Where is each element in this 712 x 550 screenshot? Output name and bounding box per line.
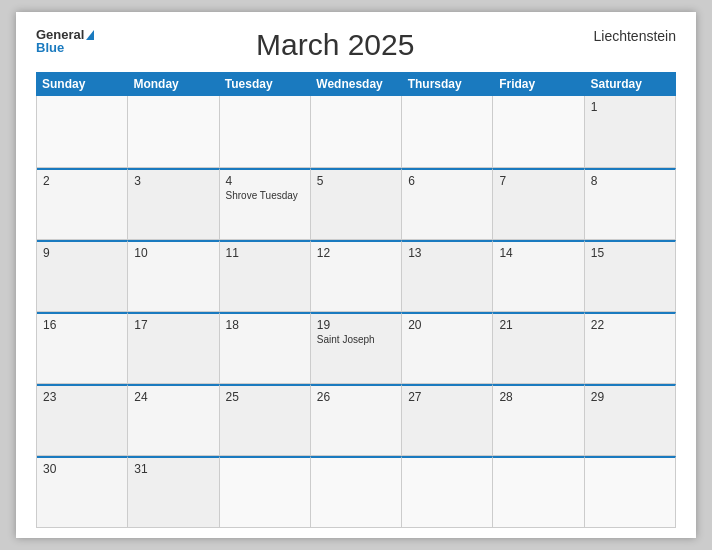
cell-event: Saint Joseph (317, 334, 395, 345)
cell-date: 19 (317, 318, 395, 332)
cell-date: 29 (591, 390, 669, 404)
logo-blue-text: Blue (36, 41, 64, 54)
cell-date: 25 (226, 390, 304, 404)
cell-date: 24 (134, 390, 212, 404)
calendar-cell (493, 456, 584, 528)
calendar-cell: 21 (493, 312, 584, 384)
cell-date: 8 (591, 174, 669, 188)
calendar-cell: 11 (220, 240, 311, 312)
calendar-cell: 27 (402, 384, 493, 456)
cell-date: 5 (317, 174, 395, 188)
cell-date: 20 (408, 318, 486, 332)
calendar-cell (402, 456, 493, 528)
cell-date: 12 (317, 246, 395, 260)
calendar-cell (402, 96, 493, 168)
calendar-cell: 30 (37, 456, 128, 528)
calendar-cell: 2 (37, 168, 128, 240)
calendar-cell: 26 (311, 384, 402, 456)
cell-date: 28 (499, 390, 577, 404)
cell-date: 14 (499, 246, 577, 260)
calendar-cell: 7 (493, 168, 584, 240)
cell-date: 18 (226, 318, 304, 332)
day-monday: Monday (127, 72, 218, 96)
day-thursday: Thursday (402, 72, 493, 96)
calendar-cell (311, 456, 402, 528)
cell-date: 7 (499, 174, 577, 188)
calendar-cell: 3 (128, 168, 219, 240)
calendar-cell: 19Saint Joseph (311, 312, 402, 384)
day-sunday: Sunday (36, 72, 127, 96)
calendar-cell: 13 (402, 240, 493, 312)
cell-date: 22 (591, 318, 669, 332)
calendar-cell (585, 456, 676, 528)
calendar-cell: 25 (220, 384, 311, 456)
cell-date: 3 (134, 174, 212, 188)
calendar-header: General Blue March 2025 Liechtenstein (36, 28, 676, 62)
cell-date: 30 (43, 462, 121, 476)
cell-date: 17 (134, 318, 212, 332)
cell-date: 6 (408, 174, 486, 188)
calendar-cell: 1 (585, 96, 676, 168)
calendar-cell (220, 456, 311, 528)
calendar-grid: 1234Shrove Tuesday5678910111213141516171… (36, 96, 676, 528)
calendar-cell (220, 96, 311, 168)
calendar-cell: 12 (311, 240, 402, 312)
cell-date: 2 (43, 174, 121, 188)
calendar-cell: 14 (493, 240, 584, 312)
cell-event: Shrove Tuesday (226, 190, 304, 201)
cell-date: 11 (226, 246, 304, 260)
cell-date: 9 (43, 246, 121, 260)
calendar-cell: 31 (128, 456, 219, 528)
day-wednesday: Wednesday (310, 72, 401, 96)
calendar-cell: 24 (128, 384, 219, 456)
logo: General Blue (36, 28, 94, 54)
day-friday: Friday (493, 72, 584, 96)
logo-triangle-icon (86, 30, 94, 40)
calendar-container: General Blue March 2025 Liechtenstein Su… (16, 12, 696, 538)
calendar-cell: 18 (220, 312, 311, 384)
calendar-cell: 10 (128, 240, 219, 312)
calendar-cell: 9 (37, 240, 128, 312)
cell-date: 13 (408, 246, 486, 260)
cell-date: 31 (134, 462, 212, 476)
calendar-cell: 17 (128, 312, 219, 384)
calendar-cell (493, 96, 584, 168)
calendar-cell: 16 (37, 312, 128, 384)
calendar-cell: 23 (37, 384, 128, 456)
calendar-cell: 5 (311, 168, 402, 240)
month-title: March 2025 (94, 28, 576, 62)
country-label: Liechtenstein (576, 28, 676, 44)
calendar-cell: 6 (402, 168, 493, 240)
calendar-cell: 22 (585, 312, 676, 384)
cell-date: 27 (408, 390, 486, 404)
calendar-cell (311, 96, 402, 168)
calendar-cell: 20 (402, 312, 493, 384)
calendar-cell (128, 96, 219, 168)
cell-date: 15 (591, 246, 669, 260)
cell-date: 23 (43, 390, 121, 404)
day-tuesday: Tuesday (219, 72, 310, 96)
calendar-cell: 15 (585, 240, 676, 312)
calendar-cell: 4Shrove Tuesday (220, 168, 311, 240)
cell-date: 4 (226, 174, 304, 188)
cell-date: 10 (134, 246, 212, 260)
calendar-cell: 8 (585, 168, 676, 240)
cell-date: 26 (317, 390, 395, 404)
calendar-cell: 29 (585, 384, 676, 456)
cell-date: 16 (43, 318, 121, 332)
cell-date: 21 (499, 318, 577, 332)
day-saturday: Saturday (585, 72, 676, 96)
calendar-cell (37, 96, 128, 168)
days-header: Sunday Monday Tuesday Wednesday Thursday… (36, 72, 676, 96)
calendar-cell: 28 (493, 384, 584, 456)
cell-date: 1 (591, 100, 669, 114)
